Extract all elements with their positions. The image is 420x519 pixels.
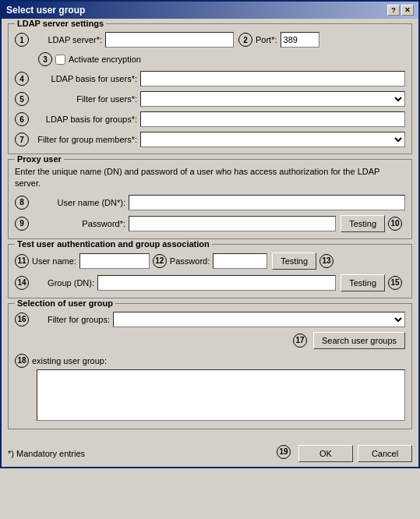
num19: 19	[277, 445, 291, 459]
user-group-selection-group: Selection of user group 16 Filter for gr…	[8, 303, 412, 429]
user-group-title: Selection of user group	[15, 298, 115, 308]
test-auth-username-label: User name:	[32, 256, 76, 266]
footer-buttons: 19 OK Cancel	[277, 445, 412, 462]
activate-encryption-row: 3 Activate encryption	[38, 52, 405, 66]
num2: 2	[238, 33, 252, 47]
num15: 15	[388, 276, 402, 290]
filter-users-select[interactable]	[140, 91, 405, 107]
ldap-basis-groups-input[interactable]	[140, 111, 405, 127]
test-auth-title: Test user authentication and group assoc…	[15, 239, 212, 249]
filter-users-row: 5 Filter for users*:	[15, 91, 405, 107]
proxy-description: Enter the unique name (DN) and password …	[15, 166, 405, 190]
group-dn-input[interactable]	[97, 275, 336, 291]
num10: 10	[388, 217, 402, 231]
test-auth-username-input[interactable]	[79, 253, 150, 269]
ldap-server-label: LDAP server*:	[32, 35, 102, 44]
port-input[interactable]	[281, 32, 319, 48]
num17: 17	[293, 334, 307, 348]
num14: 14	[15, 276, 29, 290]
num3: 3	[38, 52, 52, 66]
help-button[interactable]: ?	[387, 5, 400, 16]
proxy-password-label: Password*:	[32, 219, 125, 228]
test-auth-group: Test user authentication and group assoc…	[8, 244, 412, 298]
num6: 6	[15, 112, 29, 126]
title-bar-buttons: ? ✕	[387, 5, 414, 16]
test-auth-group-row: 14 Group (DN): Testing 15	[15, 274, 405, 291]
existing-user-group-label: existing user group:	[32, 356, 107, 365]
filter-users-label: Filter for users*:	[32, 94, 137, 104]
num12: 12	[153, 254, 167, 268]
test-auth-password-input[interactable]	[213, 253, 267, 269]
title-bar: Select user group ? ✕	[2, 2, 418, 19]
ldap-basis-users-label: LDAP basis for users*:	[32, 74, 137, 83]
group-dn-label: Group (DN):	[32, 278, 94, 288]
footer: *) Mandatory entries 19 OK Cancel	[2, 442, 418, 467]
ldap-basis-groups-row: 6 LDAP basis for groups*:	[15, 111, 405, 127]
num18: 18	[15, 354, 29, 368]
filter-groups-row: 16 Filter for groups:	[15, 312, 405, 327]
activate-encryption-checkbox[interactable]	[55, 55, 65, 65]
activate-encryption-label: Activate encryption	[69, 55, 141, 64]
proxy-password-input[interactable]	[129, 216, 336, 231]
existing-user-group-container	[37, 369, 405, 422]
proxy-username-input[interactable]	[129, 195, 405, 210]
search-user-groups-row: 17 Search user groups	[15, 332, 405, 349]
cancel-button[interactable]: Cancel	[358, 445, 412, 462]
filter-groups-select[interactable]	[113, 312, 405, 327]
proxy-group-title: Proxy user	[15, 154, 64, 164]
num8: 8	[15, 196, 29, 210]
filter-group-members-select[interactable]	[140, 132, 405, 147]
port-label: Port*:	[256, 35, 277, 44]
test-auth-password-label: Password:	[170, 256, 210, 266]
proxy-user-group: Proxy user Enter the unique name (DN) an…	[8, 159, 412, 239]
existing-user-group-textarea[interactable]	[37, 369, 405, 421]
dialog-title: Select user group	[6, 5, 85, 16]
test-auth-group-testing-button[interactable]: Testing	[341, 274, 385, 291]
dialog: Select user group ? ✕ LDAP server settin…	[0, 0, 420, 468]
existing-user-group-label-row: 18 existing user group:	[15, 354, 405, 368]
proxy-password-row: 9 Password*: Testing 10	[15, 215, 405, 232]
num9: 9	[15, 217, 29, 231]
ldap-basis-users-input[interactable]	[140, 71, 405, 86]
num7: 7	[15, 132, 29, 147]
filter-group-members-row: 7 Filter for group members*:	[15, 132, 405, 147]
ldap-server-row: 1 LDAP server*: 2 Port*:	[15, 32, 405, 48]
num4: 4	[15, 72, 29, 86]
ldap-basis-groups-label: LDAP basis for groups*:	[32, 115, 137, 124]
ldap-basis-users-row: 4 LDAP basis for users*:	[15, 71, 405, 86]
ldap-server-input[interactable]	[105, 32, 234, 48]
filter-group-members-label: Filter for group members*:	[32, 135, 137, 144]
ok-button[interactable]: OK	[298, 445, 353, 462]
dialog-content: LDAP server settings 1 LDAP server*: 2 P…	[2, 19, 418, 440]
proxy-username-row: 8 User name (DN*):	[15, 195, 405, 210]
num11: 11	[15, 254, 29, 268]
search-user-groups-button[interactable]: Search user groups	[313, 332, 405, 349]
ldap-group-title: LDAP server settings	[15, 19, 106, 28]
num13: 13	[319, 254, 334, 268]
mandatory-note: *) Mandatory entries	[8, 449, 85, 458]
close-button[interactable]: ✕	[401, 5, 414, 16]
num5: 5	[15, 92, 29, 106]
test-auth-testing-button[interactable]: Testing	[272, 252, 316, 270]
ldap-server-settings-group: LDAP server settings 1 LDAP server*: 2 P…	[8, 23, 412, 154]
test-auth-user-row: 11 User name: 12 Password: Testing 13	[15, 252, 405, 270]
num16: 16	[15, 312, 29, 327]
num1: 1	[15, 33, 29, 47]
proxy-testing-button[interactable]: Testing	[341, 215, 385, 232]
filter-groups-label: Filter for groups:	[32, 315, 110, 324]
proxy-username-label: User name (DN*):	[32, 198, 125, 207]
